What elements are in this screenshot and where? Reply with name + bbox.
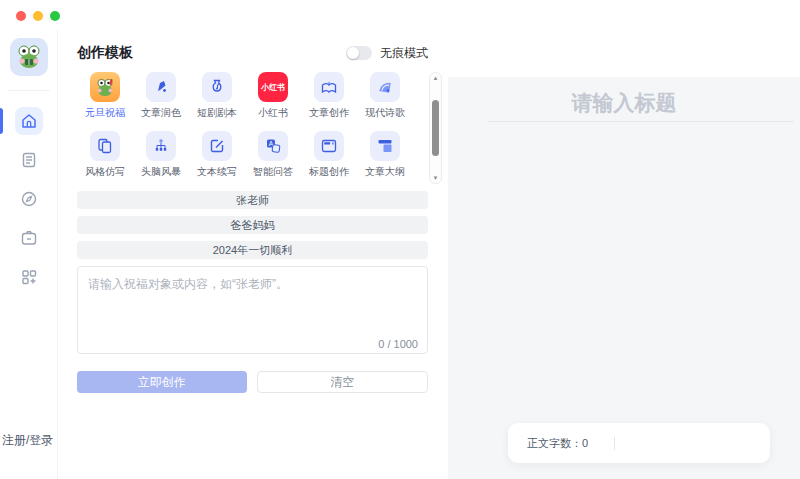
pen-icon: [146, 72, 176, 102]
template-label: 文章大纲: [365, 165, 405, 179]
template-item-style-imitation[interactable]: 风格仿写: [77, 131, 133, 179]
create-now-button[interactable]: 立即创作: [77, 371, 247, 393]
template-grid-scrollbar[interactable]: ▲ ▼: [429, 72, 442, 184]
word-count-toolbar: 正文字数：0: [508, 423, 770, 463]
compass-icon: [20, 190, 38, 208]
title-divider: [488, 121, 794, 122]
qa-tiles-icon: A: [258, 131, 288, 161]
sidebar-item-documents[interactable]: [15, 146, 43, 174]
xiaohongshu-icon: 小红书: [258, 72, 288, 102]
scroll-up-arrow[interactable]: ▲: [433, 75, 439, 81]
template-item-text-continuation[interactable]: 文本续写: [189, 131, 245, 179]
example-button[interactable]: 2024年一切顺利: [77, 241, 428, 259]
creation-panel: 创作模板 无痕模式: [58, 30, 448, 479]
maximize-window-button[interactable]: [50, 11, 60, 21]
example-list: 张老师 爸爸妈妈 2024年一切顺利: [77, 191, 428, 259]
scroll-down-arrow[interactable]: ▼: [433, 175, 439, 181]
home-icon: [20, 112, 38, 130]
editor-panel: 正文字数：0: [448, 77, 800, 479]
template-grid: 元旦祝福 文章润色: [77, 72, 428, 180]
close-window-button[interactable]: [16, 11, 26, 21]
template-item-modern-poetry[interactable]: 现代诗歌: [357, 72, 413, 120]
window-titlebar: [0, 0, 800, 30]
open-book-icon: [314, 72, 344, 102]
user-avatar[interactable]: [10, 38, 48, 76]
word-count-value: 0: [582, 437, 588, 449]
template-item-smart-qa[interactable]: A 智能问答: [245, 131, 301, 179]
new-year-frog-icon: [90, 72, 120, 102]
title-input[interactable]: [472, 90, 776, 116]
template-label: 头脑风暴: [141, 165, 181, 179]
template-label: 文章润色: [141, 106, 181, 120]
template-label: 现代诗歌: [365, 106, 405, 120]
panel-title: 创作模板: [77, 44, 133, 62]
register-login-link[interactable]: 注册/登录: [2, 432, 53, 449]
camera-icon: [20, 229, 38, 247]
template-item-article-creation[interactable]: 文章创作: [301, 72, 357, 120]
word-count-label: 正文字数：0: [527, 436, 588, 451]
sidebar-item-home[interactable]: [15, 107, 43, 135]
example-button[interactable]: 张老师: [77, 191, 428, 209]
template-item-xiaohongshu[interactable]: 小红书 小红书: [245, 72, 301, 120]
example-button[interactable]: 爸爸妈妈: [77, 216, 428, 234]
sidebar-divider: [8, 90, 50, 91]
window-icon: [314, 131, 344, 161]
outline-icon: [370, 131, 400, 161]
document-icon: [20, 151, 38, 169]
apps-grid-icon: [20, 268, 38, 286]
template-item-title-creation[interactable]: 标题创作: [301, 131, 357, 179]
clear-button[interactable]: 清空: [257, 371, 429, 393]
toolbar-separator: [614, 437, 615, 450]
frog-avatar-icon: [14, 42, 44, 72]
template-label: 短剧剧本: [197, 106, 237, 120]
template-item-new-year-blessing[interactable]: 元旦祝福: [77, 72, 133, 120]
sidebar: 注册/登录: [0, 30, 58, 479]
incognito-label: 无痕模式: [380, 45, 428, 62]
template-item-brainstorm[interactable]: 头脑风暴: [133, 131, 189, 179]
template-label: 元旦祝福: [85, 106, 125, 120]
char-counter: 0 / 1000: [378, 338, 418, 350]
scrollbar-thumb[interactable]: [432, 100, 439, 156]
template-label: 智能问答: [253, 165, 293, 179]
sidebar-item-toolbox[interactable]: [15, 224, 43, 252]
template-item-short-drama-script[interactable]: 短剧剧本: [189, 72, 245, 120]
mindmap-icon: [146, 131, 176, 161]
template-label: 风格仿写: [85, 165, 125, 179]
blessing-content-input[interactable]: [77, 266, 428, 354]
minimize-window-button[interactable]: [33, 11, 43, 21]
template-item-article-polish[interactable]: 文章润色: [133, 72, 189, 120]
incognito-toggle[interactable]: [346, 46, 372, 60]
template-item-article-outline[interactable]: 文章大纲: [357, 131, 413, 179]
sidebar-item-discover[interactable]: [15, 185, 43, 213]
sidebar-item-apps[interactable]: [15, 263, 43, 291]
template-label: 标题创作: [309, 165, 349, 179]
copy-pages-icon: [90, 131, 120, 161]
toggle-knob: [347, 47, 359, 59]
template-label: 文章创作: [309, 106, 349, 120]
edit-box-icon: [202, 131, 232, 161]
template-label: 小红书: [258, 106, 288, 120]
template-label: 文本续写: [197, 165, 237, 179]
fan-icon: [370, 72, 400, 102]
active-nav-indicator: [0, 108, 3, 134]
vase-icon: [202, 72, 232, 102]
